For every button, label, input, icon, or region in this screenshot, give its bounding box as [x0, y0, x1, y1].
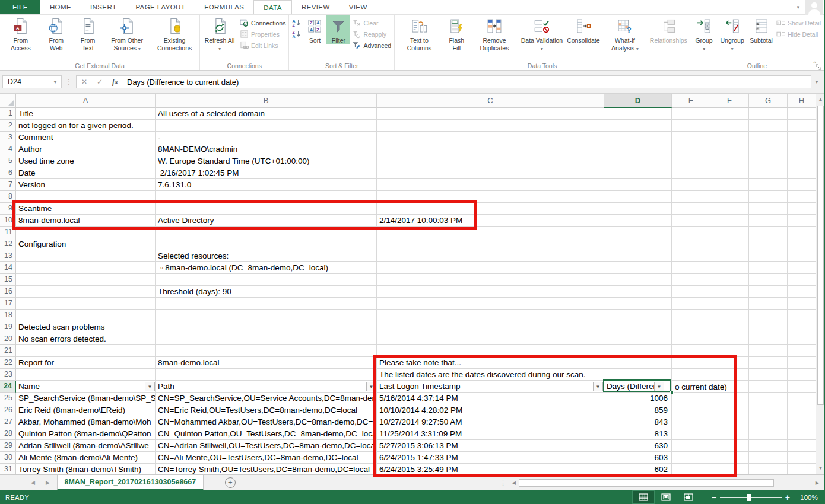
cell-B25[interactable]: CN=SP_SearchService,OU=Service Accounts,… [156, 393, 377, 404]
cell-G19[interactable] [749, 321, 788, 333]
row-header-13[interactable]: 13 [0, 250, 16, 262]
ribbon-tab-data[interactable]: DATA [253, 0, 292, 14]
formula-input[interactable]: Days (Difference to current date) [123, 75, 811, 88]
row-header-6[interactable]: 6 [0, 167, 16, 179]
cell-G20[interactable] [749, 333, 788, 345]
cell-H28[interactable] [788, 428, 816, 440]
cell-B19[interactable] [156, 321, 377, 333]
row-header-16[interactable]: 16 [0, 286, 16, 298]
cell-F9[interactable] [710, 203, 749, 215]
cell-H7[interactable] [788, 179, 816, 191]
row-header-26[interactable]: 26 [0, 404, 16, 416]
cell-E8[interactable] [672, 191, 710, 203]
cell-F6[interactable] [710, 167, 749, 179]
row-header-14[interactable]: 14 [0, 262, 16, 274]
remove-duplicates-button[interactable]: Remove Duplicates [471, 15, 518, 52]
cell-D5[interactable] [604, 155, 672, 167]
cell-B23[interactable] [156, 369, 377, 381]
row-header-28[interactable]: 28 [0, 428, 16, 440]
cell-D1[interactable] [604, 108, 672, 120]
cell-B18[interactable] [156, 310, 377, 321]
normal-view-button[interactable] [632, 490, 655, 504]
cell-G9[interactable] [749, 203, 788, 215]
cell-H26[interactable] [788, 404, 816, 416]
cell-D20[interactable] [604, 333, 672, 345]
row-header-19[interactable]: 19 [0, 321, 16, 333]
cell-H17[interactable] [788, 298, 816, 310]
cell-C2[interactable] [377, 120, 604, 132]
cell-D10[interactable] [604, 215, 672, 227]
row-header-29[interactable]: 29 [0, 440, 16, 452]
cell-F1[interactable] [710, 108, 749, 120]
cell-A24[interactable]: Name [16, 381, 156, 393]
existing-connections-button[interactable]: Existing Connections [151, 15, 198, 52]
cell-E3[interactable] [672, 132, 710, 143]
cell-D8[interactable] [604, 191, 672, 203]
cell-H11[interactable] [788, 227, 816, 238]
name-box-dropdown-icon[interactable]: ▼ [49, 76, 61, 88]
zoom-slider[interactable]: − + [708, 493, 794, 502]
cell-B29[interactable]: CN=Adrian Stillwell,OU=TestUsers,DC=8man… [156, 440, 377, 452]
cell-G16[interactable] [749, 286, 788, 298]
scroll-right-icon[interactable]: ▶ [813, 480, 822, 486]
row-header-15[interactable]: 15 [0, 274, 16, 286]
cell-F5[interactable] [710, 155, 749, 167]
text-to-columns-button[interactable]: Text to Columns [396, 15, 442, 52]
cell-H10[interactable] [788, 215, 816, 227]
cell-D14[interactable] [604, 262, 672, 274]
cell-H9[interactable] [788, 203, 816, 215]
cell-G2[interactable] [749, 120, 788, 132]
cell-A1[interactable]: Title [16, 108, 156, 120]
zoom-level[interactable]: 100% [794, 494, 824, 501]
cell-H6[interactable] [788, 167, 816, 179]
cell-E4[interactable] [672, 143, 710, 155]
consolidate-button[interactable]: Consolidate [566, 15, 601, 44]
cell-H13[interactable] [788, 250, 816, 262]
cell-F2[interactable] [710, 120, 749, 132]
cell-E16[interactable] [672, 286, 710, 298]
row-header-24[interactable]: 24 [0, 381, 16, 393]
cell-H5[interactable] [788, 155, 816, 167]
column-header-F[interactable]: F [710, 94, 749, 108]
cell-G13[interactable] [749, 250, 788, 262]
cell-F12[interactable] [710, 238, 749, 250]
cell-H24[interactable] [788, 381, 816, 393]
cell-A12[interactable]: Configuration [16, 238, 156, 250]
cell-B16[interactable]: Threshold (days): 90 [156, 286, 377, 298]
sort-button[interactable]: ZAAZSort [303, 15, 326, 44]
ribbon-tab-page-layout[interactable]: PAGE LAYOUT [126, 0, 195, 14]
cell-B27[interactable]: CN=Mohammed Akbar,OU=TestUsers,DC=8man-d… [156, 416, 377, 428]
cell-C14[interactable] [377, 262, 604, 274]
row-header-27[interactable]: 27 [0, 416, 16, 428]
cell-A31[interactable]: Torrey Smith (8man-demo\TSmith) [16, 464, 156, 474]
cell-D2[interactable] [604, 120, 672, 132]
cell-A15[interactable] [16, 274, 156, 286]
cell-A14[interactable] [16, 262, 156, 274]
sort-ascending-button[interactable]: AZ [290, 17, 303, 28]
from-web-button[interactable]: From Web [40, 15, 72, 52]
cell-A17[interactable] [16, 298, 156, 310]
cell-A30[interactable]: Ali Mente (8man-demo\Ali Mente) [16, 452, 156, 464]
cell-G5[interactable] [749, 155, 788, 167]
row-header-21[interactable]: 21 [0, 345, 16, 357]
cell-E7[interactable] [672, 179, 710, 191]
cell-B4[interactable]: 8MAN-DEMO\cradmin [156, 143, 377, 155]
cell-D11[interactable] [604, 227, 672, 238]
cell-G28[interactable] [749, 428, 788, 440]
scroll-up-icon[interactable]: ▲ [816, 95, 825, 104]
cell-C12[interactable] [377, 238, 604, 250]
cell-F3[interactable] [710, 132, 749, 143]
cell-B28[interactable]: CN=Quinton Patton,OU=TestUsers,DC=8man-d… [156, 428, 377, 440]
cell-F15[interactable] [710, 274, 749, 286]
cell-D18[interactable] [604, 310, 672, 321]
cell-E12[interactable] [672, 238, 710, 250]
cell-C3[interactable] [377, 132, 604, 143]
vertical-scroll-thumb[interactable] [817, 106, 824, 405]
refresh-all-button[interactable]: Refresh All ▾ [201, 15, 238, 53]
cell-E10[interactable] [672, 215, 710, 227]
from-text-button[interactable]: From Text [72, 15, 103, 52]
row-header-1[interactable]: 1 [0, 108, 16, 120]
cell-B17[interactable] [156, 298, 377, 310]
cell-G23[interactable] [749, 369, 788, 381]
row-header-30[interactable]: 30 [0, 452, 16, 464]
